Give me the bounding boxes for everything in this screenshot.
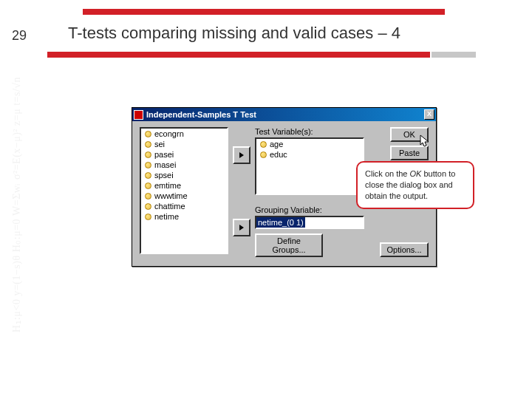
variable-icon	[143, 171, 152, 180]
variable-icon	[143, 191, 152, 200]
variable-icon	[143, 212, 152, 221]
svg-marker-1	[239, 225, 244, 231]
slide-number: 29	[12, 28, 27, 44]
page-title: T-tests comparing missing and valid case…	[68, 24, 400, 43]
list-item: spsei	[141, 170, 227, 180]
options-button[interactable]: Options...	[380, 242, 429, 257]
background-formulas: H₁:μ<0 y=(1−s)θ H₀:μ=0 W=Σwᵢ σ²=E(x−μ)² …	[10, 37, 40, 332]
accent-bar-top	[83, 9, 445, 15]
arrow-right-icon	[238, 224, 245, 231]
move-to-grouping-button[interactable]	[233, 219, 250, 236]
move-to-test-button[interactable]	[233, 146, 250, 164]
variable-icon	[143, 140, 152, 149]
variable-icon	[143, 202, 152, 211]
variable-icon	[143, 160, 152, 169]
list-item: wwwtime	[141, 191, 227, 201]
variable-icon	[143, 181, 152, 190]
paste-button[interactable]: Paste	[390, 146, 429, 160]
dialog-titlebar: Independent-Samples T Test X	[132, 108, 436, 121]
list-item: masei	[141, 160, 227, 170]
ok-button[interactable]: OK	[390, 127, 429, 142]
list-item: sei	[141, 139, 227, 149]
variable-icon	[143, 150, 152, 159]
variable-icon	[143, 129, 152, 138]
accent-bar-gray	[432, 52, 476, 58]
list-item: pasei	[141, 149, 227, 160]
arrow-right-icon	[238, 151, 245, 159]
list-item: econgrn	[141, 129, 227, 139]
define-groups-button[interactable]: Define Groups...	[255, 233, 323, 257]
grouping-value: netime_(0 1)	[256, 217, 305, 228]
instruction-callout: Click on the OK button to close the dial…	[356, 161, 474, 209]
spss-icon	[134, 110, 143, 120]
list-item: netime	[141, 211, 227, 222]
variable-icon	[259, 140, 267, 149]
list-item: educ	[256, 149, 363, 160]
list-item: age	[256, 139, 363, 149]
list-item: chattime	[141, 201, 227, 211]
svg-marker-0	[239, 152, 244, 158]
variable-icon	[259, 150, 267, 159]
source-variable-list[interactable]: econgrn sei pasei masei spsei emtime www…	[140, 127, 228, 254]
close-button[interactable]: X	[424, 109, 434, 120]
accent-bar-mid	[47, 52, 430, 58]
dialog-title: Independent-Samples T Test	[146, 110, 424, 119]
grouping-variable-input[interactable]: netime_(0 1)	[255, 216, 364, 229]
list-item: emtime	[141, 180, 227, 191]
test-variable-list[interactable]: age educ	[255, 137, 364, 195]
